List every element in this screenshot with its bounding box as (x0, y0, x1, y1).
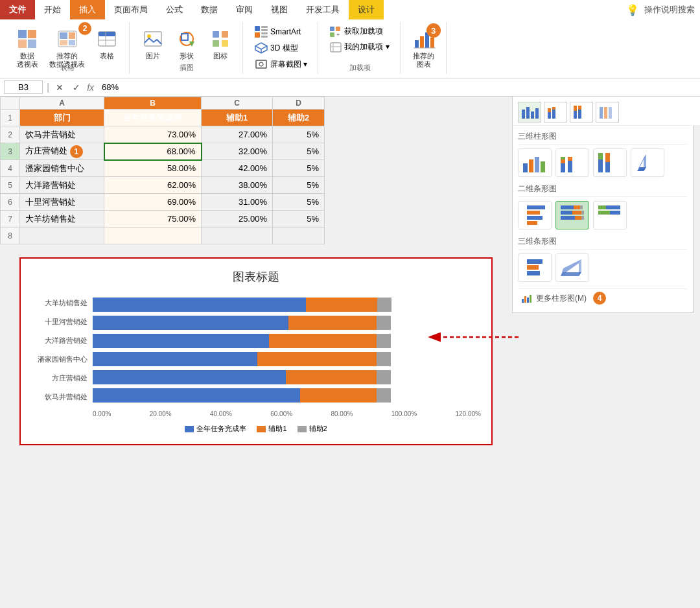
shape-button[interactable]: 形状 (171, 25, 202, 63)
bar-blue (93, 316, 288, 330)
chart-3d-col-3[interactable] (593, 148, 627, 177)
tab-insert[interactable]: 插入 (70, 0, 105, 19)
bar-gray (377, 334, 391, 348)
tab-developer[interactable]: 开发工具 (297, 0, 349, 19)
cell-b5[interactable]: 62.00% (104, 177, 202, 194)
cell-b7[interactable]: 75.00% (104, 211, 202, 228)
header-aux2[interactable]: 辅助2 (273, 110, 325, 126)
svg-rect-63 (561, 163, 565, 172)
screenshot-button[interactable]: 屏幕截图 ▾ (251, 57, 311, 71)
cell-d4[interactable]: 5% (273, 160, 325, 177)
cell-a4[interactable]: 潘家园销售中心 (20, 160, 104, 177)
chart-section-3d-bar-title: 三维条形图 (518, 236, 688, 250)
legend-item-blue: 全年任务完成率 (185, 424, 246, 434)
cell-a8[interactable] (20, 228, 104, 244)
xaxis-label: 20.00% (150, 410, 172, 417)
chart-2d-bar-1[interactable] (518, 201, 552, 229)
tab-data[interactable]: 数据 (192, 0, 227, 19)
more-charts-button[interactable]: 更多柱形图(M) 4 (518, 288, 688, 307)
cell-d7[interactable]: 5% (273, 211, 325, 228)
chart-type-bar-selected[interactable] (518, 102, 541, 123)
cell-d8[interactable] (273, 228, 325, 244)
3d-model-button[interactable]: 3D 模型 (251, 41, 311, 55)
get-addins-button[interactable]: + 获取加载项 (326, 25, 393, 38)
svg-rect-44 (522, 110, 525, 119)
cell-b6[interactable]: 69.00% (104, 194, 202, 211)
chart-type-other1[interactable] (596, 102, 619, 123)
my-addins-button[interactable]: 我的加载项 ▾ (326, 40, 393, 54)
header-dept[interactable]: 部门 (20, 110, 104, 126)
cell-b4[interactable]: 58.00% (104, 160, 202, 177)
svg-rect-47 (535, 108, 539, 119)
cell-c4[interactable]: 42.00% (202, 160, 273, 177)
col-header-a[interactable]: A (20, 97, 104, 110)
svg-rect-45 (526, 107, 530, 119)
cell-d6[interactable]: 5% (273, 194, 325, 211)
tab-home[interactable]: 开始 (35, 0, 70, 19)
cell-c5[interactable]: 38.00% (202, 177, 273, 194)
tab-review[interactable]: 审阅 (227, 0, 262, 19)
smartart-button[interactable]: SmartArt (251, 25, 311, 39)
tab-view[interactable]: 视图 (262, 0, 297, 19)
cell-c2[interactable]: 27.00% (202, 126, 273, 143)
tab-formulas[interactable]: 公式 (157, 0, 192, 19)
cell-c3[interactable]: 32.00% (202, 143, 273, 160)
tab-file[interactable]: 文件 (0, 0, 35, 19)
cell-b3[interactable]: 68.00% (104, 143, 202, 160)
chart-2d-bar-3[interactable] (593, 201, 627, 229)
cell-d5[interactable]: 5% (273, 177, 325, 194)
tab-page-layout[interactable]: 页面布局 (105, 0, 157, 19)
chart-type-100pct[interactable] (570, 102, 593, 123)
svg-rect-58 (609, 107, 612, 119)
chart-type-stacked[interactable] (544, 102, 567, 123)
chart-3d-bar-1[interactable] (518, 253, 552, 282)
header-aux1[interactable]: 辅助1 (202, 110, 273, 126)
chart-section-3d-column-title: 三维柱形图 (518, 131, 688, 145)
cell-c6[interactable]: 31.00% (202, 194, 273, 211)
table-button[interactable]: 表格 (91, 25, 122, 63)
cell-b2[interactable]: 73.00% (104, 126, 202, 143)
help-search-button[interactable]: 操作说明搜索 (644, 4, 695, 16)
bar-orange (286, 370, 377, 384)
chart-3d-col-4[interactable] (631, 148, 664, 177)
cell-c7[interactable]: 25.00% (202, 211, 273, 228)
smartart-items: SmartArt 3D 模型 屏幕截图 ▾ (251, 25, 311, 71)
cell-a3[interactable]: 方庄营销处 1 (20, 143, 104, 160)
table-row: 3 方庄营销处 1 68.00% 32.00% 5% (1, 143, 325, 160)
header-completion[interactable]: 全年任务完成率 (104, 110, 202, 126)
recommended-chart-button[interactable]: 推荐的图表 3 (408, 25, 439, 71)
cell-d3[interactable]: 5% (273, 143, 325, 160)
screenshot-label: 屏幕截图 ▾ (270, 59, 307, 70)
picture-button[interactable]: 图片 (137, 25, 169, 63)
svg-rect-80 (574, 205, 580, 209)
cell-a6[interactable]: 十里河营销处 (20, 194, 104, 211)
svg-rect-48 (548, 112, 551, 119)
chart-bar-row (93, 334, 481, 348)
chart-3d-col-2[interactable] (555, 148, 589, 177)
cell-a2[interactable]: 饮马井营销处 (20, 126, 104, 143)
cell-a5[interactable]: 大洋路营销处 (20, 177, 104, 194)
chart-container: 图表标题 大羊坊销售处 十里河营销处 大洋路营销处 潘家园销售中心 方庄营销处 … (19, 257, 493, 445)
tab-design[interactable]: 设计 (349, 0, 384, 19)
chart-3d-bar-2[interactable] (555, 253, 589, 282)
chart-panel: 三维柱形图 (512, 126, 694, 313)
chart-3d-col-1[interactable] (518, 148, 552, 177)
cell-b8[interactable] (104, 228, 202, 244)
icon-button[interactable]: 图标 (205, 25, 236, 63)
chart-2d-bar-2[interactable] (555, 201, 589, 229)
yaxis-label: 大羊坊销售处 (31, 298, 88, 308)
cell-a7[interactable]: 大羊坊销售处 (20, 211, 104, 228)
formula-confirm-btn[interactable]: ✓ (70, 82, 83, 93)
cell-reference[interactable]: B3 (4, 80, 43, 94)
formula-cancel-btn[interactable]: ✕ (53, 82, 66, 93)
col-header-b[interactable]: B (104, 97, 202, 110)
svg-rect-53 (574, 106, 577, 111)
cell-d2[interactable]: 5% (273, 126, 325, 143)
badge-2: 2 (78, 22, 91, 35)
cell-c8[interactable] (202, 228, 273, 244)
svg-rect-101 (530, 295, 531, 303)
table-row: 1 部门 全年任务完成率 辅助1 辅助2 (1, 110, 325, 126)
formula-input[interactable] (98, 81, 696, 93)
col-header-c[interactable]: C (202, 97, 273, 110)
col-header-d[interactable]: D (273, 97, 325, 110)
